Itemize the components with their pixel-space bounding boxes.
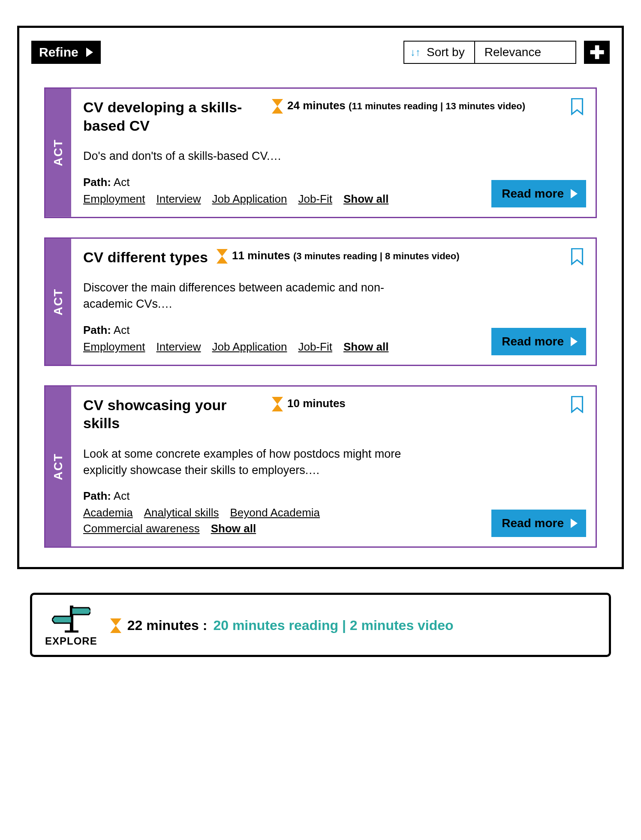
explore-bar: EXPLORE 22 minutes : 20 minutes reading … (30, 593, 611, 657)
card-title: CV different types (83, 248, 208, 267)
card-description: Look at some concrete examples of how po… (83, 446, 418, 479)
explore-duration-sub: 20 minutes reading | 2 minutes video (213, 618, 453, 633)
explore-duration-main: 22 minutes : (127, 618, 208, 633)
read-more-label: Read more (502, 516, 564, 530)
sort-value: Relevance (485, 45, 541, 59)
path-value: Act (114, 489, 130, 502)
hourglass-icon (217, 249, 228, 264)
card-body: CV different types 11 minutes (3 minutes… (71, 239, 596, 365)
tag-link[interactable]: Interview (156, 340, 201, 354)
card-category-side: ACT (45, 387, 71, 547)
tags-row: AcademiaAnalytical skillsBeyond Academia… (83, 506, 409, 535)
card-path: Path: Act (83, 489, 584, 503)
tag-link[interactable]: Academia (83, 506, 133, 519)
bookmark-icon[interactable] (571, 98, 584, 115)
tags-row: EmploymentInterviewJob ApplicationJob-Fi… (83, 192, 409, 206)
tag-link[interactable]: Job Application (212, 340, 287, 354)
card-category-side: ACT (45, 239, 71, 365)
svg-rect-3 (65, 630, 78, 633)
duration-main: 11 minutes (232, 249, 290, 262)
sort-label-box: ↓↑ Sort by (403, 41, 475, 64)
top-bar: Refine ↓↑ Sort by Relevance ✚ (31, 41, 610, 64)
card-duration: 11 minutes (3 minutes reading | 8 minute… (217, 248, 562, 264)
bookmark-icon[interactable] (571, 396, 584, 413)
hourglass-icon (110, 618, 121, 633)
tag-link[interactable]: Job-Fit (298, 340, 332, 354)
path-value: Act (114, 324, 130, 336)
read-more-button[interactable]: Read more (491, 510, 586, 537)
path-label: Path: (83, 489, 111, 502)
sort-label: Sort by (427, 45, 465, 59)
card-header: CV showcasing your skills 10 minutes (83, 396, 584, 432)
read-more-label: Read more (502, 335, 564, 348)
path-label: Path: (83, 324, 111, 336)
chevron-right-icon (571, 519, 578, 528)
add-sort-button[interactable]: ✚ (584, 41, 610, 64)
results-panel: Refine ↓↑ Sort by Relevance ✚ ACT CV dev… (17, 26, 624, 569)
explore-signpost: EXPLORE (45, 603, 97, 647)
bookmark-icon[interactable] (571, 248, 584, 265)
card-body: CV showcasing your skills 10 minutes Loo… (71, 387, 596, 547)
sort-control: ↓↑ Sort by Relevance ✚ (403, 41, 610, 64)
tag-link[interactable]: Beyond Academia (230, 506, 320, 519)
tags-row: EmploymentInterviewJob ApplicationJob-Fi… (83, 340, 409, 354)
card-title: CV developing a skills-based CV (83, 98, 263, 135)
duration-sub: (11 minutes reading | 13 minutes video) (349, 101, 525, 111)
read-more-button[interactable]: Read more (491, 180, 586, 207)
card-duration: 24 minutes (11 minutes reading | 13 minu… (272, 98, 562, 114)
result-card: ACT CV developing a skills-based CV 24 m… (44, 87, 597, 218)
sort-arrows-icon: ↓↑ (410, 46, 421, 58)
tag-link[interactable]: Interview (156, 192, 201, 206)
read-more-button[interactable]: Read more (491, 328, 586, 355)
tag-link[interactable]: Commercial awareness (83, 522, 200, 535)
show-all-link[interactable]: Show all (211, 522, 256, 535)
chevron-right-icon (571, 189, 578, 198)
card-description: Do's and don'ts of a skills-based CV.… (83, 148, 418, 165)
card-body: CV developing a skills-based CV 24 minut… (71, 89, 596, 217)
card-category-side: ACT (45, 89, 71, 217)
svg-marker-2 (52, 616, 72, 623)
path-value: Act (114, 176, 130, 189)
duration-sub: (3 minutes reading | 8 minutes video) (293, 251, 460, 261)
duration-text: 24 minutes (11 minutes reading | 13 minu… (287, 98, 525, 113)
card-title: CV showcasing your skills (83, 396, 263, 432)
result-card: ACT CV different types 11 minutes (3 min… (44, 237, 597, 366)
svg-marker-1 (72, 608, 90, 615)
explore-duration: 22 minutes : 20 minutes reading | 2 minu… (110, 618, 454, 633)
chevron-right-icon (86, 48, 93, 57)
explore-label: EXPLORE (45, 635, 97, 647)
card-description: Discover the main differences between ac… (83, 280, 418, 312)
chevron-right-icon (571, 337, 578, 346)
tag-link[interactable]: Job-Fit (298, 192, 332, 206)
card-header: CV different types 11 minutes (3 minutes… (83, 248, 584, 267)
hourglass-icon (272, 397, 283, 411)
show-all-link[interactable]: Show all (343, 340, 388, 354)
sort-value-select[interactable]: Relevance (475, 41, 576, 64)
duration-main: 24 minutes (287, 99, 346, 112)
duration-text: 10 minutes (287, 396, 346, 411)
signpost-icon (52, 603, 90, 633)
path-label: Path: (83, 176, 111, 189)
refine-button[interactable]: Refine (31, 41, 101, 64)
duration-text: 11 minutes (3 minutes reading | 8 minute… (232, 248, 460, 263)
read-more-label: Read more (502, 187, 564, 201)
tag-link[interactable]: Employment (83, 340, 145, 354)
tag-link[interactable]: Job Application (212, 192, 287, 206)
tag-link[interactable]: Employment (83, 192, 145, 206)
card-duration: 10 minutes (272, 396, 562, 411)
result-card: ACT CV showcasing your skills 10 minutes… (44, 385, 597, 548)
refine-label: Refine (39, 45, 78, 60)
duration-main: 10 minutes (287, 397, 346, 410)
hourglass-icon (272, 99, 283, 114)
tag-link[interactable]: Analytical skills (144, 506, 219, 519)
card-header: CV developing a skills-based CV 24 minut… (83, 98, 584, 135)
show-all-link[interactable]: Show all (343, 192, 388, 206)
